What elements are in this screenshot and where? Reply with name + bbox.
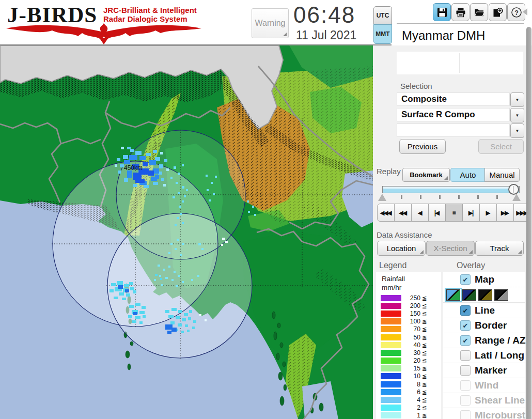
radar-map-viewport[interactable]: 450km xyxy=(0,45,373,419)
overlay-options: Map Line Border Range / AZ Lati / Long M… xyxy=(443,272,525,419)
legend-label: Legend xyxy=(379,261,406,270)
add-plus-icon xyxy=(493,7,503,18)
option-dropdown-button[interactable] xyxy=(510,123,524,138)
replay-slider-track[interactable] xyxy=(382,186,520,193)
legend-row: 8≦ xyxy=(376,380,441,388)
stop-button[interactable]: ■ xyxy=(445,204,463,222)
legend-swatch xyxy=(381,358,401,364)
utc-toggle-button[interactable]: UTC xyxy=(373,6,392,25)
step-backward-button[interactable]: |◀ xyxy=(428,204,446,222)
legend-row: 250≦ xyxy=(376,294,441,302)
legend-row: 30≦ xyxy=(376,349,441,356)
legend-swatch xyxy=(381,350,401,356)
step-forward-button[interactable]: ▶| xyxy=(462,204,480,222)
line-checkbox[interactable] xyxy=(460,305,471,316)
bookmark-button[interactable]: Bookmark xyxy=(402,168,450,182)
auto-button[interactable]: Auto xyxy=(450,168,486,182)
print-button[interactable] xyxy=(451,3,470,21)
status-display xyxy=(397,52,523,74)
panel-collapse-arrow-icon[interactable] xyxy=(523,8,527,15)
marker-checkbox[interactable] xyxy=(460,365,471,376)
legend-swatch xyxy=(381,389,401,395)
map-style-swatch-3[interactable] xyxy=(478,289,492,301)
floppy-disk-icon xyxy=(437,7,447,18)
panel-scrollbar[interactable] xyxy=(526,27,531,419)
fast-rewind-button[interactable]: ◀◀◀ xyxy=(377,204,395,222)
option-field[interactable] xyxy=(397,123,510,137)
legend-row: 40≦ xyxy=(376,341,441,349)
radar-map[interactable]: 450km xyxy=(0,45,373,419)
track-button[interactable]: Track xyxy=(475,241,524,256)
location-button[interactable]: Location xyxy=(377,241,426,256)
replay-tick xyxy=(496,195,498,199)
legend-swatch xyxy=(381,342,401,348)
overlay-row-line: Line xyxy=(443,303,525,318)
range-ring-label: 450km xyxy=(124,164,143,172)
overlay-row-shear-line: Shear Line xyxy=(443,393,525,408)
folder-icon xyxy=(474,7,484,18)
wind-checkbox[interactable] xyxy=(460,380,471,391)
svg-text:?: ? xyxy=(514,9,519,16)
fast-forward-button[interactable]: ▶▶ xyxy=(496,204,514,222)
replay-label: Replay xyxy=(377,167,401,176)
warning-button[interactable]: Warning xyxy=(252,8,289,38)
data-assistance-label: Data Assistance xyxy=(377,230,432,239)
product-dropdown-button[interactable] xyxy=(510,108,524,122)
legend-row: 4≦ xyxy=(376,396,441,404)
eagle-logo-icon xyxy=(5,23,202,44)
replay-tick xyxy=(458,195,460,199)
replay-slider-knob[interactable] xyxy=(508,184,519,195)
open-folder-button[interactable] xyxy=(470,3,488,21)
x-section-button[interactable]: X-Section xyxy=(426,241,475,256)
add-image-button[interactable] xyxy=(489,3,507,21)
map-checkbox[interactable] xyxy=(460,274,471,285)
replay-tick xyxy=(477,195,479,199)
rainfall-legend: Rainfall mm/hr 250≦ 200≦ 150≦ 100≦ 70≦ 5… xyxy=(376,272,441,419)
legend-title-line1: Rainfall xyxy=(376,272,441,283)
overlay-row-map: Map xyxy=(443,272,525,287)
legend-swatch xyxy=(381,311,401,317)
replay-range-end-marker[interactable] xyxy=(512,194,521,201)
selection-label: Selection xyxy=(400,82,432,90)
legend-row: 200≦ xyxy=(376,302,441,309)
rewind-button[interactable]: ◀◀ xyxy=(394,204,412,222)
tagline-line1: JRC-Brilliant & Intelligent xyxy=(103,6,197,14)
legend-row: 150≦ xyxy=(376,309,441,317)
select-button[interactable]: Select xyxy=(478,139,524,154)
map-style-swatch-2[interactable] xyxy=(462,289,476,301)
question-mark-icon: ? xyxy=(511,7,522,18)
previous-button[interactable]: Previous xyxy=(399,139,446,154)
play-button[interactable]: ▶ xyxy=(479,204,497,222)
legend-swatch xyxy=(381,303,401,309)
composite-field[interactable]: Composite xyxy=(397,92,510,106)
mmt-toggle-button[interactable]: MMT xyxy=(373,24,392,44)
overlay-row-microburst: Microburst xyxy=(443,408,525,419)
overlay-row-lati-long: Lati / Long xyxy=(443,348,525,363)
border-checkbox[interactable] xyxy=(460,320,471,331)
legend-row: 1≦ xyxy=(376,412,441,419)
legend-row: 100≦ xyxy=(376,318,441,325)
map-style-swatch-4[interactable] xyxy=(494,289,508,301)
station-name: Myanmar DMH xyxy=(397,27,528,44)
legend-section-divider xyxy=(373,257,525,257)
microburst-checkbox[interactable] xyxy=(460,410,471,419)
save-button[interactable] xyxy=(433,3,451,21)
manual-button[interactable]: Manual xyxy=(484,168,520,182)
legend-row: 10≦ xyxy=(376,373,441,380)
map-style-swatch-1[interactable] xyxy=(446,289,460,301)
play-backward-button[interactable]: ◀ xyxy=(411,204,429,222)
legend-row: 15≦ xyxy=(376,365,441,373)
clock-date: 11 Jul 2021 xyxy=(296,28,356,42)
product-field[interactable]: Surface R Compo xyxy=(397,108,510,121)
map-style-row xyxy=(443,287,525,303)
composite-dropdown-button[interactable] xyxy=(510,92,524,107)
overlay-row-border: Border xyxy=(443,318,525,333)
legend-swatch xyxy=(381,381,401,387)
lati-long-checkbox[interactable] xyxy=(460,350,471,361)
replay-range-start-marker[interactable] xyxy=(378,194,386,201)
range-az-checkbox[interactable] xyxy=(460,335,471,346)
legend-swatch xyxy=(381,397,401,403)
tagline-line2: Radar Dialogic System xyxy=(103,14,197,23)
legend-swatch xyxy=(381,365,401,371)
shear-line-checkbox[interactable] xyxy=(460,395,471,406)
